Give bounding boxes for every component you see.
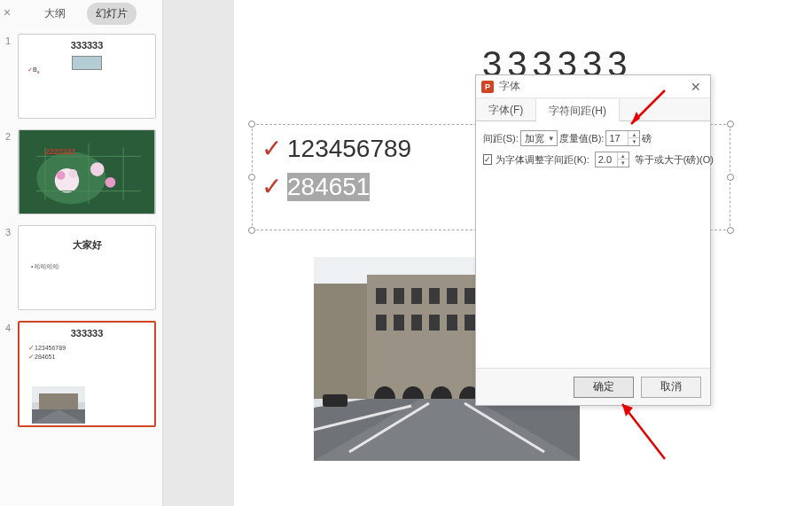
thumb-title: 大家好	[19, 238, 155, 252]
dialog-footer: 确定 取消	[476, 368, 710, 405]
svg-point-3	[57, 171, 66, 180]
thumb-number: 1	[5, 35, 14, 46]
bullet-text-selected[interactable]: 284651	[287, 173, 370, 201]
thumbnail-row: 3 大家好 • 哈哈哈哈	[0, 223, 162, 319]
spacing-label: 间距(S):	[483, 132, 519, 145]
checkmark-icon: ✓	[262, 172, 282, 201]
thumbnail-row: 1 333333 ✓Ba	[0, 32, 162, 128]
thumb-bullet: • 哈哈哈哈	[31, 262, 155, 271]
thumb-title: 333333	[19, 40, 155, 51]
app-logo-icon: P	[481, 81, 494, 93]
resize-handle[interactable]	[248, 227, 255, 234]
thumb-number: 3	[5, 227, 14, 237]
tab-char-spacing[interactable]: 字符间距(H)	[536, 99, 620, 121]
panel-tabs: 大纲 幻灯片	[0, 0, 162, 27]
svg-rect-25	[394, 315, 404, 331]
thumb-shape	[72, 56, 102, 70]
kerning-input[interactable]: 2.0 ▲▼	[595, 152, 629, 167]
tab-slides[interactable]: 幻灯片	[87, 3, 137, 25]
dialog-tabs: 字体(F) 字符间距(H)	[476, 98, 710, 121]
close-icon[interactable]: ✕	[687, 80, 705, 94]
svg-rect-22	[465, 288, 475, 304]
kerning-label: 为字体调整字间距(K):	[496, 153, 589, 167]
checkmark-icon: ✓	[262, 134, 282, 163]
thumb-flower-image: 2222222	[19, 130, 155, 214]
thumbnail-slide-1[interactable]: 333333 ✓Ba	[18, 34, 156, 119]
svg-rect-27	[429, 315, 440, 331]
spinner-icon[interactable]: ▲▼	[617, 152, 629, 167]
svg-point-6	[90, 162, 105, 176]
close-panel-icon[interactable]: ×	[4, 5, 11, 19]
cancel-button[interactable]: 取消	[641, 377, 701, 398]
resize-handle[interactable]	[248, 174, 255, 181]
spacing-row: 间距(S): 加宽 ▼ 度量值(B): 17 ▲▼ 磅	[483, 130, 703, 146]
thumb-overlay-text: 2222222	[45, 147, 75, 156]
svg-rect-24	[376, 315, 386, 331]
svg-rect-28	[447, 315, 457, 331]
svg-rect-17	[376, 288, 386, 304]
svg-rect-10	[39, 393, 78, 409]
svg-rect-26	[411, 315, 422, 331]
kerning-suffix: 等于或大于(磅)(O)	[635, 153, 714, 167]
thumb-number: 2	[5, 131, 14, 142]
dialog-body: 间距(S): 加宽 ▼ 度量值(B): 17 ▲▼ 磅 ✓ 为字体调整字间距(K…	[476, 121, 710, 182]
resize-handle[interactable]	[727, 227, 734, 234]
svg-rect-14	[314, 284, 367, 399]
kerning-value: 2.0	[596, 154, 617, 165]
tab-outline[interactable]: 大纲	[35, 3, 74, 25]
thumbnail-row: 4 333333 ✓123456789 ✓284651	[0, 319, 162, 436]
kerning-row: ✓ 为字体调整字间距(K): 2.0 ▲▼ 等于或大于(磅)(O)	[483, 152, 703, 167]
spacing-select[interactable]: 加宽 ▼	[520, 130, 558, 146]
font-dialog: P 字体 ✕ 字体(F) 字符间距(H) 间距(S): 加宽 ▼ 度量值(B):…	[475, 74, 711, 406]
thumb-number: 4	[5, 323, 14, 333]
tab-font[interactable]: 字体(F)	[476, 98, 536, 121]
bullet-text[interactable]: 123456789	[287, 135, 411, 163]
thumbnail-slide-2[interactable]: 2222222	[18, 129, 156, 214]
svg-rect-34	[323, 394, 347, 407]
measure-label: 度量值(B):	[559, 132, 605, 145]
svg-point-5	[66, 182, 74, 191]
chevron-down-icon: ▼	[548, 135, 555, 143]
measure-input[interactable]: 17 ▲▼	[605, 130, 640, 146]
svg-rect-29	[465, 315, 475, 331]
dialog-titlebar[interactable]: P 字体 ✕	[476, 75, 710, 98]
svg-point-7	[105, 177, 116, 188]
spacing-value: 加宽	[525, 132, 546, 145]
measure-unit: 磅	[642, 132, 652, 145]
resize-handle[interactable]	[727, 174, 734, 181]
resize-handle[interactable]	[248, 121, 255, 128]
dialog-title: 字体	[499, 79, 687, 94]
measure-value: 17	[606, 133, 628, 144]
thumbnail-slide-3[interactable]: 大家好 • 哈哈哈哈	[18, 225, 156, 310]
spinner-icon[interactable]: ▲▼	[628, 131, 639, 145]
svg-rect-18	[394, 288, 404, 304]
resize-handle[interactable]	[727, 121, 734, 128]
thumbnail-list: 1 333333 ✓Ba 2	[0, 27, 162, 506]
thumbnail-panel: × 大纲 幻灯片 1 333333 ✓Ba 2	[0, 0, 163, 506]
svg-rect-20	[429, 288, 440, 304]
svg-rect-21	[447, 288, 457, 304]
kerning-checkbox[interactable]: ✓	[483, 154, 492, 165]
svg-rect-19	[411, 288, 422, 304]
thumbnail-row: 2 2222222	[0, 128, 162, 223]
thumb-street-image	[32, 386, 85, 424]
thumbnail-slide-4[interactable]: 333333 ✓123456789 ✓284651	[18, 321, 156, 427]
svg-point-4	[68, 169, 77, 178]
thumb-title: 333333	[20, 328, 154, 339]
ok-button[interactable]: 确定	[574, 377, 634, 398]
